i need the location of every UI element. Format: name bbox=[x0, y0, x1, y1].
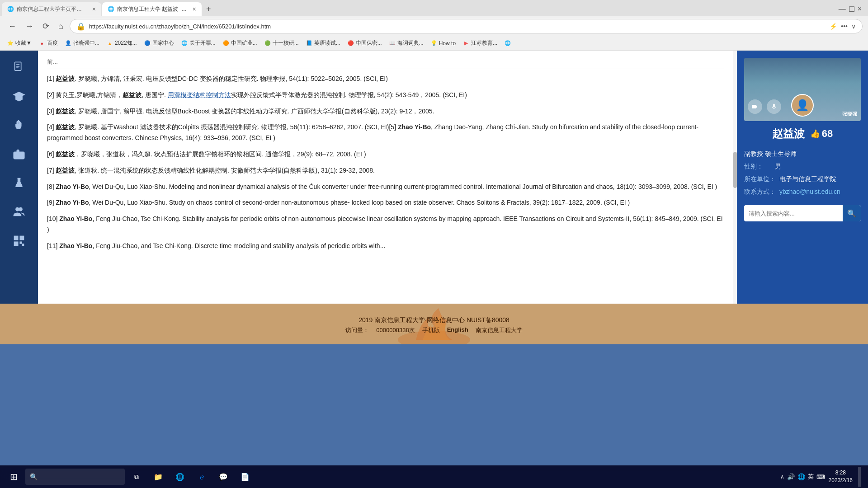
flag-icon: 🔵 bbox=[144, 40, 151, 47]
ie-icon: ℯ bbox=[200, 473, 204, 481]
tray-chevron[interactable]: ∧ bbox=[780, 474, 784, 480]
search-button[interactable]: 🔍 bbox=[843, 205, 861, 221]
tab-2[interactable]: 🌐 南京信息工程大学 赵益波_百... × bbox=[102, 2, 202, 16]
pub-6-id: [6] bbox=[47, 150, 56, 158]
publication-6: [6] 赵益波，罗晓曦，张道秋，冯久超. 状态预估法扩展数字锁相环的锁相区间. … bbox=[47, 149, 724, 160]
document-icon bbox=[13, 61, 25, 76]
svg-rect-13 bbox=[21, 237, 23, 239]
minimize-icon[interactable]: — bbox=[839, 5, 846, 13]
taskbar-search[interactable]: 🔍 bbox=[25, 469, 125, 485]
bm-haici[interactable]: 📖 海词词典... bbox=[387, 38, 426, 48]
bookmarks-menu[interactable]: ⭐ 收藏▼ bbox=[5, 38, 34, 48]
pub-6-text: ，罗晓曦，张道秋，冯久超. 状态预估法扩展数字锁相环的锁相区间. 通信学报，29… bbox=[75, 150, 366, 158]
tray-network-icon[interactable]: 🌐 bbox=[797, 473, 805, 480]
pub-2-text2: , 唐国宁. bbox=[142, 91, 168, 99]
bm-yingyu-label: 英语读试... bbox=[314, 39, 340, 47]
taskbar-explorer[interactable]: 📁 bbox=[148, 467, 168, 487]
bm-guojia[interactable]: 🔵 国家中心 bbox=[142, 38, 177, 48]
tray-ime-lang[interactable]: 英 bbox=[808, 473, 814, 481]
footer-university-link[interactable]: 南京信息工程大学 bbox=[476, 326, 523, 334]
clock-date: 2023/2/16 bbox=[829, 477, 853, 484]
scrollbar-thumb[interactable] bbox=[733, 152, 737, 188]
sidebar-item-lab[interactable] bbox=[5, 171, 33, 198]
tray-speaker-icon[interactable]: 🔊 bbox=[787, 473, 795, 480]
bm-jiaoyu[interactable]: ▶ 江苏教育... bbox=[460, 38, 500, 48]
footer-mobile-link[interactable]: 手机版 bbox=[422, 326, 440, 334]
sidebar-item-graduate[interactable] bbox=[5, 84, 33, 111]
bm-kuangye-label: 中国矿业... bbox=[231, 39, 257, 47]
back-button[interactable]: ← bbox=[5, 20, 19, 33]
svg-point-7 bbox=[16, 208, 19, 211]
refresh-button[interactable]: ⟳ bbox=[40, 19, 52, 33]
taskbar-pdf[interactable]: 📄 bbox=[235, 467, 255, 487]
pub-8-author: Zhao Yi-Bo bbox=[56, 183, 89, 190]
tab-1-close[interactable]: × bbox=[92, 5, 96, 13]
baidu-icon: ● bbox=[39, 40, 45, 47]
home-button[interactable]: ⌂ bbox=[56, 20, 66, 33]
publication-8: [8] Zhao Yi-Bo, Wei Du-Qu, Luo Xiao-Shu.… bbox=[47, 182, 724, 192]
bm-shiyixiao[interactable]: 🟢 十一校研... bbox=[262, 38, 302, 48]
left-sidebar bbox=[0, 51, 38, 304]
bm-baomi[interactable]: 🔴 中国保密... bbox=[345, 38, 385, 48]
address-url: https://faculty.nuist.edu.cn/zhaoyibo/zh… bbox=[89, 23, 826, 30]
tab-2-close[interactable]: × bbox=[193, 5, 196, 13]
taskbar-edge[interactable]: 🌐 bbox=[170, 467, 190, 487]
profile-dept-row: 所在单位： 电子与信息工程学院 bbox=[744, 173, 861, 185]
pub-1-author: 赵益波 bbox=[56, 75, 75, 82]
address-bar-icons: ⚡ ••• ∨ bbox=[830, 23, 856, 30]
taskbar-ie[interactable]: ℯ bbox=[192, 467, 212, 487]
bm-kaipiao[interactable]: 🌐 关于开票... bbox=[179, 38, 218, 48]
footer-english-link[interactable]: English bbox=[447, 326, 468, 334]
search-input[interactable] bbox=[744, 207, 843, 220]
footer-links: 访问量： 0000008338次 手机版 English 南京信息工程大学 bbox=[345, 326, 522, 334]
close-window-icon[interactable]: × bbox=[858, 5, 862, 13]
bm-zhangxq[interactable]: 👤 张晓强中... bbox=[62, 38, 102, 48]
browser-chrome: 🌐 南京信息工程大学主页平台管... × 🌐 南京信息工程大学 赵益波_百...… bbox=[0, 0, 868, 51]
address-box[interactable]: 🔒 https://faculty.nuist.edu.cn/zhaoyibo/… bbox=[70, 19, 863, 33]
sidebar-item-briefcase[interactable] bbox=[5, 142, 33, 169]
new-tab-button[interactable]: + bbox=[203, 5, 215, 14]
sidebar-item-qr[interactable] bbox=[5, 229, 33, 256]
tab-1[interactable]: 🌐 南京信息工程大学主页平台管... × bbox=[2, 2, 101, 16]
mine-icon: 🟠 bbox=[223, 40, 229, 47]
pub-8-text: , Wei Du-Qu, Luo Xiao-Shu. Modeling and … bbox=[89, 183, 717, 190]
tray-icons: ∧ 🔊 🌐 英 ⌨ bbox=[780, 473, 825, 481]
profile-name: 赵益波 bbox=[772, 127, 805, 141]
task-view-icon: ⧉ bbox=[134, 473, 139, 481]
taskbar-meeting[interactable]: 💬 bbox=[213, 467, 233, 487]
task-view-button[interactable]: ⧉ bbox=[127, 467, 146, 487]
edge-icon: 🌐 bbox=[175, 473, 184, 481]
pub-11-author: Zhao Yi-Bo bbox=[59, 242, 92, 249]
pub-3-author: 赵益波 bbox=[56, 108, 75, 115]
bm-yingyu[interactable]: 📘 英语读试... bbox=[303, 38, 343, 48]
search-icon: 🔍 bbox=[847, 210, 856, 217]
tray-keyboard-icon[interactable]: ⌨ bbox=[816, 474, 825, 480]
sidebar-item-document[interactable] bbox=[5, 55, 33, 82]
pub-7-author: 赵益波 bbox=[56, 167, 75, 174]
taskbar-search-icon: 🔍 bbox=[30, 473, 38, 480]
pub-2-author: 赵益波 bbox=[123, 91, 142, 99]
bm-2022[interactable]: ▲ 2022知... bbox=[104, 38, 140, 48]
chevron-down-icon[interactable]: ∨ bbox=[851, 23, 856, 30]
gender-value: 男 bbox=[775, 160, 781, 173]
scrollbar[interactable] bbox=[733, 51, 737, 304]
bm-baidu[interactable]: ● 百度 bbox=[36, 38, 61, 48]
forward-button[interactable]: → bbox=[23, 20, 36, 33]
show-desktop-button[interactable] bbox=[858, 467, 861, 487]
publication-3: [3] 赵益波, 罗晓曦, 唐国宁, 翁甲强. 电流反馈型Buck-Boost … bbox=[47, 106, 724, 117]
more-options-icon[interactable]: ••• bbox=[841, 23, 848, 30]
maximize-icon[interactable]: ☐ bbox=[849, 5, 855, 14]
explorer-icon: 📁 bbox=[154, 473, 163, 481]
taskbar-clock[interactable]: 8:28 2023/2/16 bbox=[829, 469, 853, 484]
pub-7-id: [7] bbox=[47, 167, 56, 174]
sidebar-item-group[interactable] bbox=[5, 200, 33, 227]
bm-kuangye[interactable]: 🟠 中国矿业... bbox=[220, 38, 260, 48]
pub-3-id: [3] bbox=[47, 108, 56, 115]
svg-point-8 bbox=[19, 208, 22, 211]
bm-howto[interactable]: 💡 How to bbox=[428, 39, 458, 47]
bm-globe2[interactable]: 🌐 bbox=[502, 39, 514, 47]
tab-2-label: 南京信息工程大学 赵益波_百... bbox=[117, 5, 187, 13]
sidebar-item-gesture[interactable] bbox=[5, 113, 33, 140]
start-button[interactable]: ⊞ bbox=[4, 467, 24, 487]
publication-11: [11] Zhao Yi-Bo, Feng Jiu-Chao, and Tse … bbox=[47, 241, 724, 252]
